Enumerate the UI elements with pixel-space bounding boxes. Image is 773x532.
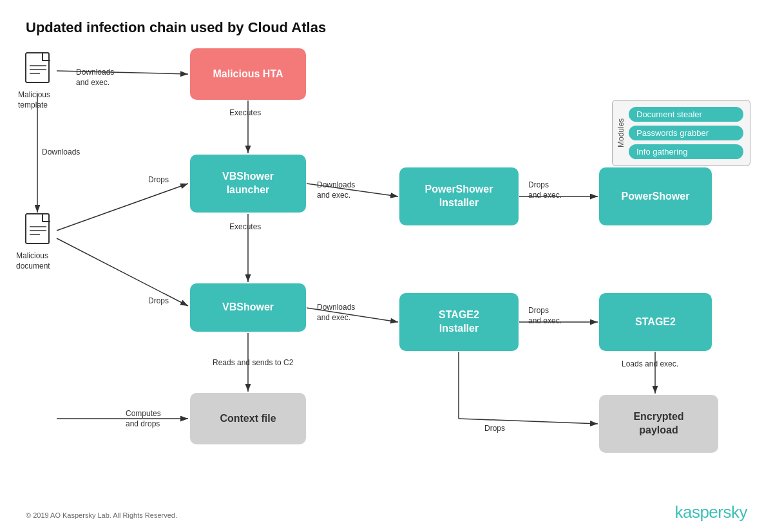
label-executes-2: Executes [229, 222, 261, 233]
label-downloads-exec-2: Downloadsand exec. [317, 180, 355, 200]
label-executes-1: Executes [229, 108, 261, 119]
malicious-template-icon [24, 52, 57, 90]
svg-line-15 [57, 184, 188, 231]
svg-text:Downloads: Downloads [42, 147, 80, 157]
label-drops-4: Dropsand exec. [528, 306, 562, 326]
modules-label: Modules [616, 107, 625, 158]
malicious-template-label: Malicioustemplate [18, 90, 50, 110]
stage2-installer-box: STAGE2Installer [399, 293, 519, 351]
label-computes-drops: Computesand drops [126, 409, 161, 429]
context-file-box: Context file [190, 393, 306, 444]
label-drops-2: Drops [148, 296, 169, 307]
diagram-container: Updated infection chain used by Cloud At… [0, 0, 773, 532]
page-title: Updated infection chain used by Cloud At… [26, 19, 747, 36]
powershower-box: PowerShower [599, 167, 712, 225]
label-downloads-exec-1: Downloadsand exec. [76, 68, 114, 88]
label-drops-3: Dropsand exec. [528, 180, 562, 200]
powershower-installer-box: PowerShowerInstaller [399, 167, 519, 225]
module-passwords-grabber: Passwords grabber [629, 126, 743, 140]
label-drops-5: Drops [484, 424, 505, 434]
svg-rect-0 [26, 53, 49, 82]
encrypted-payload-box: Encryptedpayload [599, 395, 718, 453]
label-loads-exec: Loads and exec. [622, 359, 678, 370]
malicious-document-label: Maliciousdocument [16, 251, 50, 271]
vbshower-launcher-box: VBShowerlauncher [190, 155, 306, 213]
svg-line-25 [459, 419, 598, 424]
kaspersky-logo: kaspersky [674, 502, 747, 522]
label-drops-1: Drops [148, 175, 169, 185]
malicious-hta-box: Malicious HTA [190, 48, 306, 100]
malicious-document-icon [24, 213, 57, 251]
footer-text: © 2019 AO Kaspersky Lab. All Rights Rese… [26, 511, 177, 519]
module-info-gathering: Info gathering [629, 144, 743, 159]
svg-rect-4 [26, 214, 49, 243]
label-downloads-exec-3: Downloadsand exec. [317, 303, 355, 323]
vbshower-box: VBShower [190, 283, 306, 332]
module-document-stealer: Document stealer [629, 107, 743, 122]
label-reads-sends: Reads and sends to C2 [213, 358, 293, 368]
modules-group: Modules Document stealer Passwords grabb… [612, 100, 750, 166]
stage2-box: STAGE2 [599, 293, 712, 351]
